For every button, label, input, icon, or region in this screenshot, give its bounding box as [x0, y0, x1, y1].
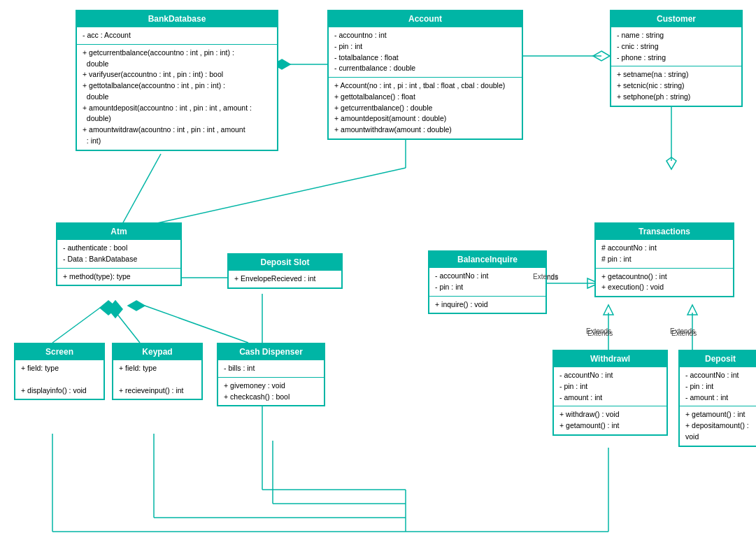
class-cashdispenser-attrs: - bills : int [218, 360, 324, 377]
class-transactions-title: Transactions [596, 224, 733, 239]
svg-marker-13 [108, 301, 122, 318]
class-atm-methods: + method(type): type [57, 268, 180, 285]
svg-line-8 [122, 168, 406, 231]
class-screen: Screen + field: type + displayinfo() : v… [14, 343, 105, 400]
class-withdrawl-title: Withdrawl [554, 351, 666, 367]
class-bankdatabase-methods: + getcurrentbalance(accountno : int , pi… [77, 44, 277, 150]
svg-marker-15 [128, 301, 145, 311]
class-cashdispenser-methods: + givemoney : void + checkcash() : bool [218, 377, 324, 406]
class-transactions: Transactions # accountNo : int # pin : i… [594, 222, 734, 297]
class-withdrawl-attrs: - accountNo : int - pin : int - amount :… [554, 367, 666, 406]
class-cashdispenser-title: Cash Dispenser [218, 344, 324, 360]
class-balanceinquire-attrs: - accountNo : int - pin : int [429, 267, 545, 296]
class-account-methods: + Account(no : int , pi : int , tbal : f… [329, 77, 522, 138]
class-depositslot-methods: + EnvelopeRecieved : int [229, 270, 341, 287]
class-cashdispenser: Cash Dispenser - bills : int + givemoney… [217, 343, 325, 406]
class-deposit: Deposit - accountNo : int - pin : int - … [678, 350, 756, 447]
svg-line-12 [52, 308, 100, 343]
class-bankdatabase-attrs: - acc : Account [77, 27, 277, 44]
svg-marker-5 [666, 157, 676, 169]
svg-marker-21 [604, 305, 613, 315]
class-customer-attrs: - name : string - cnic : string - phone … [611, 27, 741, 66]
svg-line-14 [113, 309, 140, 343]
class-bankdatabase: BankDatabase - acc : Account + getcurren… [76, 10, 278, 151]
extends-label-1: Extends [533, 273, 558, 280]
class-deposit-methods: + getamount() : int + depositamount() : … [680, 406, 756, 445]
class-withdrawl-methods: + withdraw() : void + getamount() : int [554, 406, 666, 434]
extends-label-3: Extends [670, 327, 695, 335]
svg-line-6 [122, 154, 161, 224]
class-depositslot: Deposit Slot + EnvelopeRecieved : int [227, 253, 343, 289]
svg-marker-11 [100, 301, 117, 315]
class-screen-methods: + field: type + displayinfo() : void [15, 360, 104, 399]
class-screen-title: Screen [15, 344, 104, 360]
class-bankdatabase-title: BankDatabase [77, 11, 277, 27]
class-keypad-methods: + field: type + recieveinput() : int [113, 360, 201, 399]
class-atm: Atm - authenticate : bool - Data : BankD… [56, 222, 182, 286]
class-keypad-title: Keypad [113, 344, 201, 360]
class-transactions-methods: + getacountno() : int + execution() : vo… [596, 268, 733, 297]
class-customer-methods: + setname(na : string) + setcnic(nic : s… [611, 66, 741, 105]
class-depositslot-title: Deposit Slot [229, 255, 341, 270]
svg-line-16 [145, 306, 248, 343]
class-deposit-title: Deposit [680, 351, 756, 367]
diagram-container: Extends Extends Extends BankDatabase - a… [0, 0, 756, 547]
extends-label-2: Extends [586, 327, 611, 335]
class-balanceinquire: BalanceInquire - accountNo : int - pin :… [428, 250, 547, 314]
class-account-title: Account [329, 11, 522, 27]
class-customer: Customer - name : string - cnic : string… [610, 10, 743, 107]
class-account: Account - accountno : int - pin : int - … [327, 10, 523, 140]
class-withdrawl: Withdrawl - accountNo : int - pin : int … [552, 350, 668, 436]
class-customer-title: Customer [611, 11, 741, 27]
class-transactions-attrs: # accountNo : int # pin : int [596, 239, 733, 268]
class-balanceinquire-title: BalanceInquire [429, 252, 545, 267]
svg-marker-24 [687, 305, 697, 315]
class-deposit-attrs: - accountNo : int - pin : int - amount :… [680, 367, 756, 406]
class-balanceinquire-methods: + inquire() : void [429, 296, 545, 313]
svg-marker-3 [593, 51, 610, 61]
class-atm-title: Atm [57, 224, 180, 239]
class-atm-attrs: - authenticate : bool - Data : BankDatab… [57, 239, 180, 268]
class-account-attrs: - accountno : int - pin : int - totalbal… [329, 27, 522, 77]
class-keypad: Keypad + field: type + recieveinput() : … [112, 343, 203, 400]
